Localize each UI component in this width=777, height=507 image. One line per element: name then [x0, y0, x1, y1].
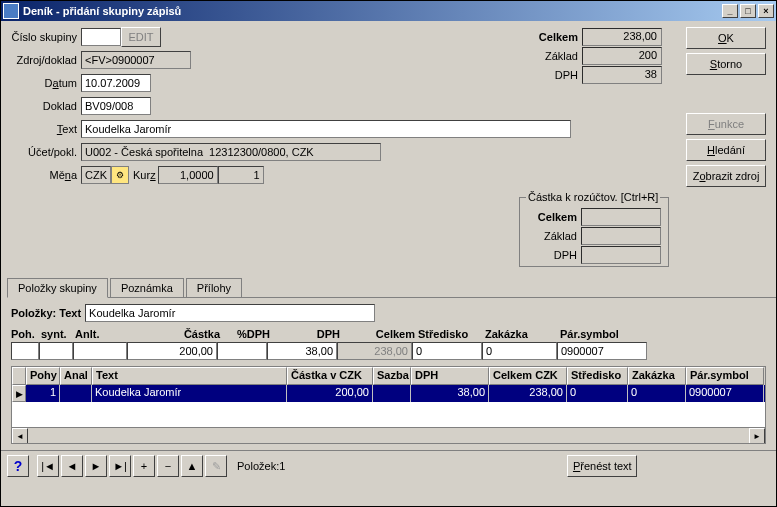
- stredisko-input[interactable]: [412, 342, 482, 360]
- window-title: Deník - přidání skupiny zápisů: [23, 5, 722, 17]
- close-button[interactable]: ×: [758, 4, 774, 18]
- scroll-right-icon[interactable]: ►: [749, 428, 765, 444]
- help-button[interactable]: ?: [7, 455, 29, 477]
- maximize-button[interactable]: □: [740, 4, 756, 18]
- column-headers: Poh. synt. Anlt. Částka %DPH DPH Celkem …: [11, 328, 766, 340]
- prenest-button[interactable]: Přenést text: [567, 455, 637, 477]
- anlt-input[interactable]: [73, 342, 127, 360]
- zobrazit-button[interactable]: Zobrazit zdroj: [686, 165, 766, 187]
- polozky-text-input[interactable]: [85, 304, 375, 322]
- zaklad-value: 200: [582, 47, 662, 65]
- hledani-button[interactable]: Hledání: [686, 139, 766, 161]
- rozuct-zaklad-label: Základ: [526, 230, 581, 242]
- zaklad-label: Základ: [527, 50, 582, 62]
- main-form: Číslo skupiny EDIT Zdroj/doklad Datum Do…: [1, 21, 776, 274]
- app-icon: [3, 3, 19, 19]
- currency-icon[interactable]: ⚙: [111, 166, 129, 184]
- cislo-skupiny-input[interactable]: [81, 28, 121, 46]
- rozuct-fieldset: Částka k rozúčtov. [Ctrl+R] Celkem Zákla…: [519, 191, 669, 267]
- horizontal-scrollbar[interactable]: ◄ ►: [12, 427, 765, 443]
- scroll-left-icon[interactable]: ◄: [12, 428, 28, 444]
- nav-add-button[interactable]: +: [133, 455, 155, 477]
- storno-button[interactable]: Storno: [686, 53, 766, 75]
- nav-last-button[interactable]: ►|: [109, 455, 131, 477]
- tab-prilohy[interactable]: Přílohy: [186, 278, 242, 297]
- nav-next-button[interactable]: ►: [85, 455, 107, 477]
- parsymbol-input[interactable]: [557, 342, 647, 360]
- cislo-skupiny-label: Číslo skupiny: [11, 31, 81, 43]
- edit-button[interactable]: EDIT: [121, 27, 161, 47]
- rozuct-dph-value: [581, 246, 661, 264]
- kurz-input1: [158, 166, 218, 184]
- funkce-button[interactable]: Funkce: [686, 113, 766, 135]
- synt-input[interactable]: [39, 342, 73, 360]
- rozuct-zaklad-value: [581, 227, 661, 245]
- mena-input: [81, 166, 111, 184]
- mena-label: Měna: [11, 169, 81, 181]
- celkem-value: 238,00: [582, 28, 662, 46]
- minimize-button[interactable]: _: [722, 4, 738, 18]
- celkem-input: [337, 342, 412, 360]
- pctdph-input[interactable]: [217, 342, 267, 360]
- nav-prev-button[interactable]: ◄: [61, 455, 83, 477]
- tab-polozky[interactable]: Položky skupiny: [7, 278, 108, 298]
- dph-label: DPH: [527, 69, 582, 81]
- nav-remove-button[interactable]: −: [157, 455, 179, 477]
- titlebar: Deník - přidání skupiny zápisů _ □ ×: [1, 1, 776, 21]
- ucet-input: [81, 143, 381, 161]
- polozky-text-label: Položky: Text: [11, 307, 81, 319]
- zdroj-label: Zdroj/doklad: [11, 54, 81, 66]
- kurz-label: Kurz: [129, 169, 158, 181]
- ucet-label: Účet/pokl.: [11, 146, 81, 158]
- grid[interactable]: Pohy Anal Text Částka v CZK Sazba DPH Ce…: [11, 366, 766, 444]
- datum-label: Datum: [11, 77, 81, 89]
- nav-up-button[interactable]: ▲: [181, 455, 203, 477]
- celkem-label: Celkem: [527, 31, 582, 43]
- poh-input[interactable]: [11, 342, 39, 360]
- ok-button[interactable]: OK: [686, 27, 766, 49]
- nav-edit-button[interactable]: ✎: [205, 455, 227, 477]
- rozuct-celkem-label: Celkem: [526, 211, 581, 223]
- zakazka-input[interactable]: [482, 342, 557, 360]
- rozuct-dph-label: DPH: [526, 249, 581, 261]
- datum-input[interactable]: [81, 74, 151, 92]
- doklad-input[interactable]: [81, 97, 151, 115]
- grid-row[interactable]: ▶ 1 Koudelka Jaromír 200,00 38,00 238,00…: [12, 385, 765, 402]
- entry-inputs: [11, 342, 766, 360]
- polozek-count: Položek:1: [237, 460, 285, 472]
- grid-header: Pohy Anal Text Částka v CZK Sazba DPH Ce…: [12, 367, 765, 385]
- castka-input[interactable]: [127, 342, 217, 360]
- zdroj-input: [81, 51, 191, 69]
- totals-box: Celkem 238,00 Základ 200 DPH 38: [527, 27, 663, 84]
- doklad-label: Doklad: [11, 100, 81, 112]
- polozky-panel: Položky: Text Poh. synt. Anlt. Částka %D…: [1, 298, 776, 450]
- nav-bar: ? |◄ ◄ ► ►| + − ▲ ✎ Položek:1 Přenést te…: [1, 450, 776, 481]
- text-input[interactable]: [81, 120, 571, 138]
- tab-bar: Položky skupiny Poznámka Přílohy: [7, 278, 776, 298]
- row-indicator-icon: ▶: [12, 385, 26, 402]
- rozuct-celkem-value: [581, 208, 661, 226]
- nav-first-button[interactable]: |◄: [37, 455, 59, 477]
- text-label: Text: [11, 123, 81, 135]
- dph-value: 38: [582, 66, 662, 84]
- dph-input[interactable]: [267, 342, 337, 360]
- rozuct-legend: Částka k rozúčtov. [Ctrl+R]: [526, 191, 660, 203]
- kurz-input2: [218, 166, 264, 184]
- tab-poznamka[interactable]: Poznámka: [110, 278, 184, 297]
